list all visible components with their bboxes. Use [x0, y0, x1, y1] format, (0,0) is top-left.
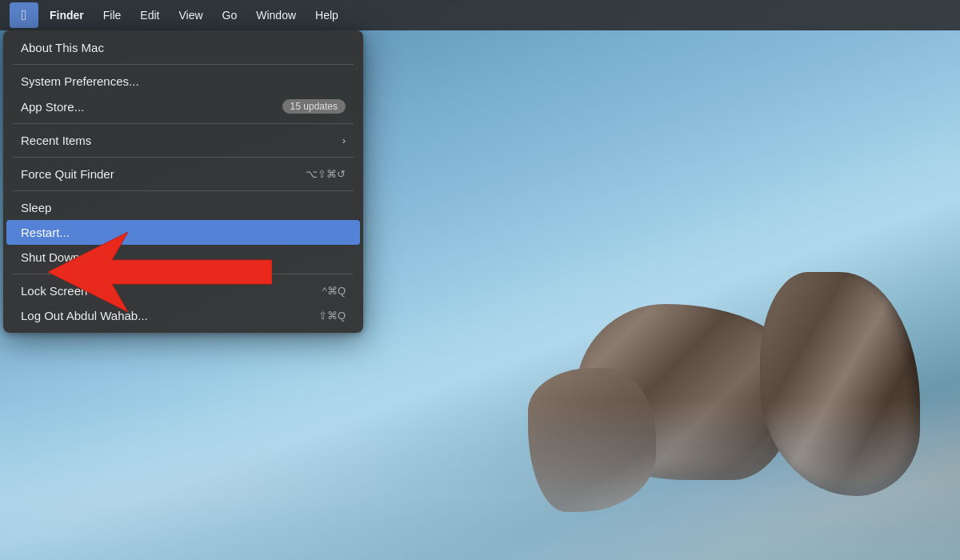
log-out-label: Log Out Abdul Wahab... — [21, 309, 148, 322]
app-store-label: App Store... — [21, 100, 84, 114]
lock-screen-label: Lock Screen — [21, 284, 87, 298]
apple-menu-button[interactable]:  — [10, 2, 38, 28]
system-preferences-label: System Preferences... — [21, 74, 139, 88]
shut-down-label: Shut Down... — [21, 250, 90, 264]
menu-bar:  Finder File Edit View Go Window Help — [0, 0, 960, 30]
menu-item-system-preferences[interactable]: System Preferences... — [6, 69, 360, 94]
separator-3 — [13, 157, 354, 158]
water-mist — [0, 400, 960, 560]
menu-item-app-store[interactable]: App Store... 15 updates — [6, 94, 360, 119]
sleep-label: Sleep — [21, 201, 51, 214]
menu-item-lock-screen[interactable]: Lock Screen ^⌘Q — [6, 278, 360, 303]
lock-screen-shortcut: ^⌘Q — [322, 285, 346, 297]
menu-go[interactable]: Go — [214, 6, 246, 25]
menu-item-force-quit[interactable]: Force Quit Finder ⌥⇧⌘↺ — [6, 162, 360, 186]
menu-window[interactable]: Window — [248, 6, 304, 25]
menu-item-recent-items[interactable]: Recent Items › — [6, 128, 360, 153]
menu-help[interactable]: Help — [307, 6, 346, 25]
log-out-shortcut: ⇧⌘Q — [318, 310, 346, 322]
restart-label: Restart... — [21, 226, 70, 239]
menu-item-shut-down[interactable]: Shut Down... — [6, 245, 360, 270]
apple-dropdown-menu: About This Mac System Preferences... App… — [3, 30, 363, 333]
chevron-right-icon: › — [342, 134, 346, 146]
menu-edit[interactable]: Edit — [132, 6, 167, 25]
separator-1 — [13, 64, 354, 65]
force-quit-label: Force Quit Finder — [21, 167, 114, 181]
menu-item-restart[interactable]: Restart... — [6, 220, 360, 245]
force-quit-shortcut: ⌥⇧⌘↺ — [306, 168, 346, 180]
menu-finder[interactable]: Finder — [42, 6, 92, 25]
apple-icon:  — [22, 8, 27, 22]
about-this-mac-label: About This Mac — [21, 41, 104, 54]
menu-file[interactable]: File — [95, 6, 130, 25]
menu-view[interactable]: View — [170, 6, 210, 25]
menu-item-log-out[interactable]: Log Out Abdul Wahab... ⇧⌘Q — [6, 303, 360, 328]
separator-4 — [13, 190, 354, 191]
app-store-badge: 15 updates — [282, 99, 346, 114]
recent-items-label: Recent Items — [21, 134, 91, 147]
separator-5 — [13, 274, 354, 274]
menu-item-sleep[interactable]: Sleep — [6, 195, 360, 220]
separator-2 — [13, 123, 354, 124]
menu-item-about-this-mac[interactable]: About This Mac — [6, 35, 360, 60]
